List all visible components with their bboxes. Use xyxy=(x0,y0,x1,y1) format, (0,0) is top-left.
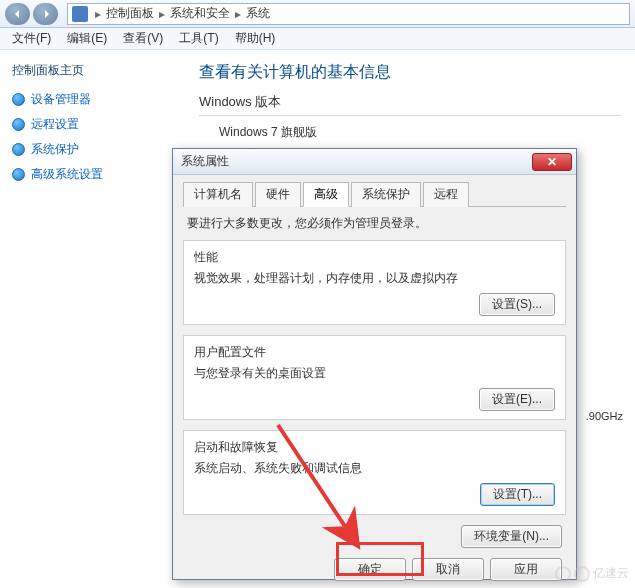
user-profiles-settings-button[interactable]: 设置(E)... xyxy=(479,388,555,411)
sidebar: 控制面板主页 设备管理器 远程设置 系统保护 高级系统设置 xyxy=(0,50,185,588)
location-icon xyxy=(72,6,88,22)
close-button[interactable]: ✕ xyxy=(532,153,572,171)
group-description: 与您登录有关的桌面设置 xyxy=(194,365,555,382)
sidebar-item-label: 设备管理器 xyxy=(31,91,91,108)
group-description: 视觉效果，处理器计划，内存使用，以及虚拟内存 xyxy=(194,270,555,287)
menu-tools[interactable]: 工具(T) xyxy=(171,30,226,47)
menu-help[interactable]: 帮助(H) xyxy=(227,30,284,47)
group-title: 用户配置文件 xyxy=(194,344,555,361)
menu-bar: 文件(F) 编辑(E) 查看(V) 工具(T) 帮助(H) xyxy=(0,28,635,50)
chevron-right-icon: ▸ xyxy=(232,7,244,21)
cancel-button[interactable]: 取消 xyxy=(412,558,484,581)
nav-back-button[interactable] xyxy=(5,3,30,25)
tab-remote[interactable]: 远程 xyxy=(423,182,469,207)
dialog-title: 系统属性 xyxy=(181,153,229,170)
tab-advanced[interactable]: 高级 xyxy=(303,182,349,207)
performance-group: 性能 视觉效果，处理器计划，内存使用，以及虚拟内存 设置(S)... xyxy=(183,240,566,325)
watermark: 亿速云 xyxy=(555,565,629,582)
gear-icon xyxy=(12,168,25,181)
divider xyxy=(199,115,621,116)
sidebar-item-device-manager[interactable]: 设备管理器 xyxy=(12,91,173,108)
sidebar-item-remote-settings[interactable]: 远程设置 xyxy=(12,116,173,133)
menu-file[interactable]: 文件(F) xyxy=(4,30,59,47)
page-title: 查看有关计算机的基本信息 xyxy=(199,62,621,83)
nav-forward-button[interactable] xyxy=(33,3,58,25)
tab-hardware[interactable]: 硬件 xyxy=(255,182,301,207)
sidebar-item-label: 远程设置 xyxy=(31,116,79,133)
cpu-hz-text: .90GHz xyxy=(586,410,623,422)
watermark-icon xyxy=(574,566,590,582)
gear-icon xyxy=(12,93,25,106)
dialog-button-row: 确定 取消 应用 xyxy=(183,558,566,581)
environment-variables-button[interactable]: 环境变量(N)... xyxy=(461,525,562,548)
ok-button[interactable]: 确定 xyxy=(334,558,406,581)
crumb-system[interactable]: 系统 xyxy=(244,5,272,22)
tab-system-protection[interactable]: 系统保护 xyxy=(351,182,421,207)
sidebar-item-advanced-settings[interactable]: 高级系统设置 xyxy=(12,166,173,183)
system-properties-dialog: 系统属性 ✕ 计算机名 硬件 高级 系统保护 远程 要进行大多数更改，您必须作为… xyxy=(172,148,577,580)
group-description: 系统启动、系统失败和调试信息 xyxy=(194,460,555,477)
performance-settings-button[interactable]: 设置(S)... xyxy=(479,293,555,316)
chevron-right-icon: ▸ xyxy=(156,7,168,21)
group-title: 性能 xyxy=(194,249,555,266)
user-profiles-group: 用户配置文件 与您登录有关的桌面设置 设置(E)... xyxy=(183,335,566,420)
tab-strip: 计算机名 硬件 高级 系统保护 远程 xyxy=(183,181,566,207)
sidebar-item-label: 高级系统设置 xyxy=(31,166,103,183)
tab-computer-name[interactable]: 计算机名 xyxy=(183,182,253,207)
windows-version-text: Windows 7 旗舰版 xyxy=(199,124,621,141)
menu-view[interactable]: 查看(V) xyxy=(115,30,171,47)
dialog-titlebar[interactable]: 系统属性 ✕ xyxy=(173,149,576,175)
breadcrumb[interactable]: ▸ 控制面板 ▸ 系统和安全 ▸ 系统 xyxy=(67,3,630,25)
crumb-system-security[interactable]: 系统和安全 xyxy=(168,5,232,22)
gear-icon xyxy=(12,118,25,131)
address-bar: ▸ 控制面板 ▸ 系统和安全 ▸ 系统 xyxy=(0,0,635,28)
gear-icon xyxy=(12,143,25,156)
chevron-right-icon: ▸ xyxy=(92,7,104,21)
admin-hint-text: 要进行大多数更改，您必须作为管理员登录。 xyxy=(187,215,562,232)
menu-edit[interactable]: 编辑(E) xyxy=(59,30,115,47)
crumb-control-panel[interactable]: 控制面板 xyxy=(104,5,156,22)
group-title: 启动和故障恢复 xyxy=(194,439,555,456)
sidebar-item-system-protection[interactable]: 系统保护 xyxy=(12,141,173,158)
section-windows-edition: Windows 版本 xyxy=(199,93,621,111)
startup-recovery-settings-button[interactable]: 设置(T)... xyxy=(480,483,555,506)
sidebar-item-label: 系统保护 xyxy=(31,141,79,158)
sidebar-heading[interactable]: 控制面板主页 xyxy=(12,62,173,79)
watermark-icon xyxy=(555,566,571,582)
apply-button[interactable]: 应用 xyxy=(490,558,562,581)
watermark-text: 亿速云 xyxy=(593,565,629,582)
startup-recovery-group: 启动和故障恢复 系统启动、系统失败和调试信息 设置(T)... xyxy=(183,430,566,515)
